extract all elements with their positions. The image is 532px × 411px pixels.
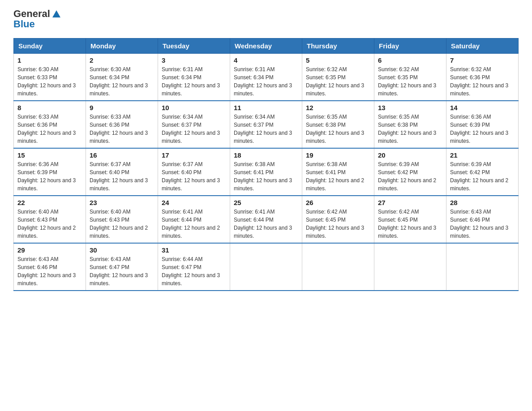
day-info: Sunrise: 6:30 AM Sunset: 6:34 PM Dayligh… bbox=[90, 65, 154, 98]
day-info: Sunrise: 6:32 AM Sunset: 6:36 PM Dayligh… bbox=[450, 65, 515, 98]
calendar-day-cell bbox=[302, 243, 374, 291]
calendar-day-cell: 20 Sunrise: 6:39 AM Sunset: 6:42 PM Dayl… bbox=[374, 148, 446, 196]
day-number: 4 bbox=[234, 56, 298, 64]
day-info: Sunrise: 6:39 AM Sunset: 6:42 PM Dayligh… bbox=[378, 160, 442, 193]
day-number: 26 bbox=[306, 199, 370, 206]
calendar-day-cell: 26 Sunrise: 6:42 AM Sunset: 6:45 PM Dayl… bbox=[302, 196, 374, 243]
calendar-day-cell: 11 Sunrise: 6:34 AM Sunset: 6:37 PM Dayl… bbox=[230, 101, 302, 148]
weekday-header: Saturday bbox=[446, 39, 519, 54]
day-info: Sunrise: 6:42 AM Sunset: 6:45 PM Dayligh… bbox=[378, 208, 442, 240]
day-info: Sunrise: 6:38 AM Sunset: 6:41 PM Dayligh… bbox=[306, 160, 370, 193]
day-number: 16 bbox=[90, 151, 154, 159]
day-number: 5 bbox=[306, 56, 370, 64]
calendar-day-cell: 13 Sunrise: 6:35 AM Sunset: 6:38 PM Dayl… bbox=[374, 101, 446, 148]
calendar-day-cell: 10 Sunrise: 6:34 AM Sunset: 6:37 PM Dayl… bbox=[158, 101, 230, 148]
day-info: Sunrise: 6:43 AM Sunset: 6:46 PM Dayligh… bbox=[17, 255, 82, 287]
day-info: Sunrise: 6:41 AM Sunset: 6:44 PM Dayligh… bbox=[234, 208, 298, 240]
weekday-header: Sunday bbox=[14, 39, 86, 54]
weekday-header: Thursday bbox=[302, 39, 374, 54]
day-number: 31 bbox=[162, 246, 226, 254]
day-info: Sunrise: 6:39 AM Sunset: 6:42 PM Dayligh… bbox=[450, 160, 515, 193]
day-info: Sunrise: 6:33 AM Sunset: 6:36 PM Dayligh… bbox=[17, 113, 82, 145]
weekday-header: Monday bbox=[86, 39, 158, 54]
day-info: Sunrise: 6:36 AM Sunset: 6:39 PM Dayligh… bbox=[17, 160, 82, 193]
calendar-day-cell: 24 Sunrise: 6:41 AM Sunset: 6:44 PM Dayl… bbox=[158, 196, 230, 243]
day-number: 3 bbox=[162, 56, 226, 64]
calendar-day-cell: 14 Sunrise: 6:36 AM Sunset: 6:39 PM Dayl… bbox=[446, 101, 519, 148]
calendar-day-cell: 17 Sunrise: 6:37 AM Sunset: 6:40 PM Dayl… bbox=[158, 148, 230, 196]
logo-blue: Blue bbox=[13, 19, 35, 29]
weekday-header: Wednesday bbox=[230, 39, 302, 54]
calendar-week-row: 8 Sunrise: 6:33 AM Sunset: 6:36 PM Dayli… bbox=[14, 101, 519, 148]
day-info: Sunrise: 6:35 AM Sunset: 6:38 PM Dayligh… bbox=[306, 113, 370, 145]
logo: General Blue bbox=[13, 9, 61, 29]
day-number: 19 bbox=[306, 151, 370, 159]
calendar-day-cell bbox=[230, 243, 302, 291]
calendar-day-cell: 9 Sunrise: 6:33 AM Sunset: 6:36 PM Dayli… bbox=[86, 101, 158, 148]
calendar-day-cell: 31 Sunrise: 6:44 AM Sunset: 6:47 PM Dayl… bbox=[158, 243, 230, 291]
day-number: 10 bbox=[162, 104, 226, 111]
day-number: 15 bbox=[17, 151, 82, 159]
day-info: Sunrise: 6:42 AM Sunset: 6:45 PM Dayligh… bbox=[306, 208, 370, 240]
calendar-day-cell: 16 Sunrise: 6:37 AM Sunset: 6:40 PM Dayl… bbox=[86, 148, 158, 196]
weekday-header: Friday bbox=[374, 39, 446, 54]
calendar-day-cell: 1 Sunrise: 6:30 AM Sunset: 6:33 PM Dayli… bbox=[14, 54, 86, 101]
day-info: Sunrise: 6:31 AM Sunset: 6:34 PM Dayligh… bbox=[162, 65, 226, 98]
day-number: 8 bbox=[17, 104, 82, 111]
day-number: 30 bbox=[90, 246, 154, 254]
day-number: 14 bbox=[450, 104, 515, 111]
calendar-week-row: 29 Sunrise: 6:43 AM Sunset: 6:46 PM Dayl… bbox=[14, 243, 519, 291]
day-number: 24 bbox=[162, 199, 226, 206]
calendar-day-cell: 21 Sunrise: 6:39 AM Sunset: 6:42 PM Dayl… bbox=[446, 148, 519, 196]
day-number: 12 bbox=[306, 104, 370, 111]
calendar-day-cell: 3 Sunrise: 6:31 AM Sunset: 6:34 PM Dayli… bbox=[158, 54, 230, 101]
day-number: 2 bbox=[90, 56, 154, 64]
calendar-day-cell: 28 Sunrise: 6:43 AM Sunset: 6:46 PM Dayl… bbox=[446, 196, 519, 243]
calendar-body: 1 Sunrise: 6:30 AM Sunset: 6:33 PM Dayli… bbox=[14, 54, 519, 291]
day-number: 1 bbox=[17, 56, 82, 64]
calendar-day-cell bbox=[446, 243, 519, 291]
day-number: 23 bbox=[90, 199, 154, 206]
calendar-day-cell: 18 Sunrise: 6:38 AM Sunset: 6:41 PM Dayl… bbox=[230, 148, 302, 196]
day-number: 13 bbox=[378, 104, 442, 111]
calendar-day-cell: 8 Sunrise: 6:33 AM Sunset: 6:36 PM Dayli… bbox=[14, 101, 86, 148]
day-info: Sunrise: 6:30 AM Sunset: 6:33 PM Dayligh… bbox=[17, 65, 82, 98]
day-number: 11 bbox=[234, 104, 298, 111]
day-number: 18 bbox=[234, 151, 298, 159]
day-info: Sunrise: 6:40 AM Sunset: 6:43 PM Dayligh… bbox=[17, 208, 82, 240]
calendar-day-cell: 29 Sunrise: 6:43 AM Sunset: 6:46 PM Dayl… bbox=[14, 243, 86, 291]
day-info: Sunrise: 6:33 AM Sunset: 6:36 PM Dayligh… bbox=[90, 113, 154, 145]
day-number: 17 bbox=[162, 151, 226, 159]
weekday-header: Tuesday bbox=[158, 39, 230, 54]
day-info: Sunrise: 6:38 AM Sunset: 6:41 PM Dayligh… bbox=[234, 160, 298, 193]
day-info: Sunrise: 6:32 AM Sunset: 6:35 PM Dayligh… bbox=[378, 65, 442, 98]
logo-general: General bbox=[13, 9, 61, 19]
day-number: 22 bbox=[17, 199, 82, 206]
calendar-day-cell: 25 Sunrise: 6:41 AM Sunset: 6:44 PM Dayl… bbox=[230, 196, 302, 243]
day-number: 7 bbox=[450, 56, 515, 64]
calendar-day-cell: 6 Sunrise: 6:32 AM Sunset: 6:35 PM Dayli… bbox=[374, 54, 446, 101]
day-info: Sunrise: 6:32 AM Sunset: 6:35 PM Dayligh… bbox=[306, 65, 370, 98]
day-info: Sunrise: 6:34 AM Sunset: 6:37 PM Dayligh… bbox=[234, 113, 298, 145]
calendar-table: SundayMondayTuesdayWednesdayThursdayFrid… bbox=[13, 38, 519, 291]
day-number: 25 bbox=[234, 199, 298, 206]
day-info: Sunrise: 6:41 AM Sunset: 6:44 PM Dayligh… bbox=[162, 208, 226, 240]
calendar-week-row: 1 Sunrise: 6:30 AM Sunset: 6:33 PM Dayli… bbox=[14, 54, 519, 101]
day-info: Sunrise: 6:43 AM Sunset: 6:47 PM Dayligh… bbox=[90, 255, 154, 287]
day-info: Sunrise: 6:40 AM Sunset: 6:43 PM Dayligh… bbox=[90, 208, 154, 240]
svg-marker-0 bbox=[52, 10, 60, 17]
calendar-day-cell bbox=[374, 243, 446, 291]
calendar-day-cell: 5 Sunrise: 6:32 AM Sunset: 6:35 PM Dayli… bbox=[302, 54, 374, 101]
calendar-day-cell: 12 Sunrise: 6:35 AM Sunset: 6:38 PM Dayl… bbox=[302, 101, 374, 148]
day-info: Sunrise: 6:34 AM Sunset: 6:37 PM Dayligh… bbox=[162, 113, 226, 145]
calendar-day-cell: 2 Sunrise: 6:30 AM Sunset: 6:34 PM Dayli… bbox=[86, 54, 158, 101]
calendar-day-cell: 22 Sunrise: 6:40 AM Sunset: 6:43 PM Dayl… bbox=[14, 196, 86, 243]
page-header: General Blue bbox=[13, 9, 519, 29]
calendar-day-cell: 30 Sunrise: 6:43 AM Sunset: 6:47 PM Dayl… bbox=[86, 243, 158, 291]
day-number: 9 bbox=[90, 104, 154, 111]
day-info: Sunrise: 6:44 AM Sunset: 6:47 PM Dayligh… bbox=[162, 255, 226, 287]
day-info: Sunrise: 6:35 AM Sunset: 6:38 PM Dayligh… bbox=[378, 113, 442, 145]
day-number: 27 bbox=[378, 199, 442, 206]
day-number: 29 bbox=[17, 246, 82, 254]
day-info: Sunrise: 6:36 AM Sunset: 6:39 PM Dayligh… bbox=[450, 113, 515, 145]
